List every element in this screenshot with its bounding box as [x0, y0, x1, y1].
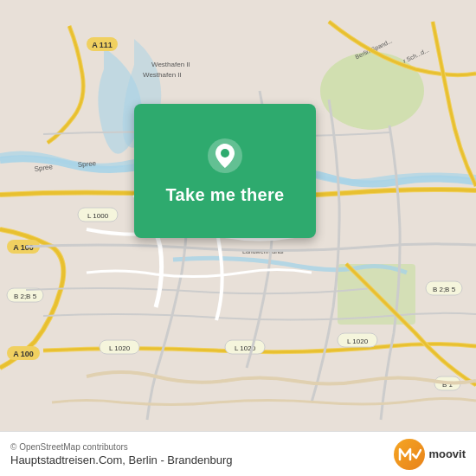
moovit-logo-icon — [394, 439, 425, 470]
map-background: A 111 Westhafen II Westhafen II Berlin-S… — [0, 0, 476, 476]
attribution-text: © OpenStreetMap contributors — [10, 442, 233, 452]
svg-text:Spree: Spree — [77, 159, 97, 169]
take-me-there-card[interactable]: Take me there — [134, 104, 316, 238]
svg-text:A 111: A 111 — [92, 41, 113, 49]
bottom-left-info: © OpenStreetMap contributors Hauptstadtr… — [10, 442, 233, 466]
take-me-there-button-label: Take me there — [166, 185, 285, 205]
map-container: A 111 Westhafen II Westhafen II Berlin-S… — [0, 0, 476, 476]
svg-text:B 2;B 5: B 2;B 5 — [433, 286, 456, 293]
bottom-bar: © OpenStreetMap contributors Hauptstadtr… — [0, 431, 476, 476]
svg-point-31 — [221, 149, 229, 158]
location-pin-icon — [206, 137, 244, 175]
moovit-brand-text: moovit — [428, 447, 466, 460]
svg-text:L 1020: L 1020 — [109, 344, 131, 352]
svg-point-1 — [320, 52, 424, 130]
location-info: Hauptstadtreisen.Com, Berlin - Brandenbu… — [10, 453, 233, 466]
svg-text:Westhafen II: Westhafen II — [143, 71, 182, 79]
svg-text:L 1000: L 1000 — [87, 212, 109, 220]
svg-text:Westhafen II: Westhafen II — [151, 61, 190, 68]
moovit-logo: moovit — [394, 439, 466, 470]
svg-text:L 1020: L 1020 — [347, 338, 369, 345]
svg-text:B 2;B 5: B 2;B 5 — [14, 293, 37, 300]
svg-text:A 100: A 100 — [13, 350, 34, 358]
